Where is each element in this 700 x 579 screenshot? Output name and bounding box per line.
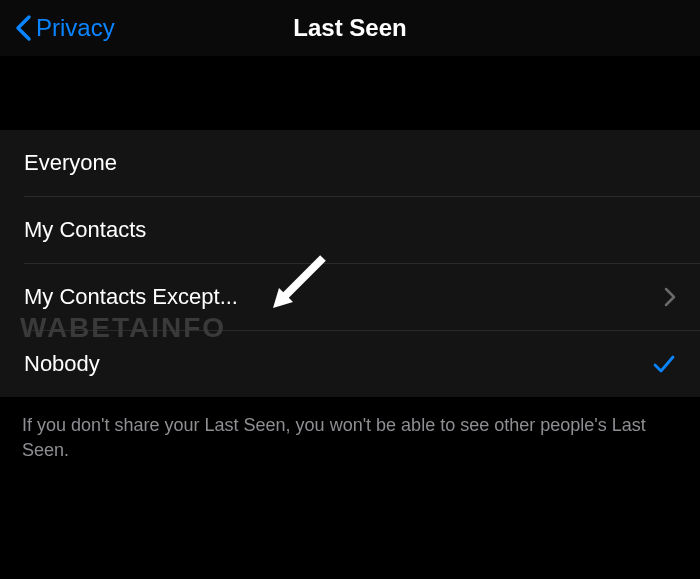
option-everyone[interactable]: Everyone	[0, 130, 700, 196]
option-my-contacts[interactable]: My Contacts	[0, 197, 700, 263]
option-label: My Contacts	[24, 217, 146, 243]
option-label: Everyone	[24, 150, 117, 176]
spacer	[0, 56, 700, 130]
back-label: Privacy	[36, 14, 115, 42]
page-title: Last Seen	[293, 14, 406, 42]
option-my-contacts-except[interactable]: My Contacts Except...	[0, 264, 700, 330]
navigation-bar: Privacy Last Seen	[0, 0, 700, 56]
chevron-left-icon	[14, 14, 32, 42]
back-button[interactable]: Privacy	[14, 14, 115, 42]
option-nobody[interactable]: Nobody	[0, 331, 700, 397]
checkmark-icon	[652, 352, 676, 376]
options-list: Everyone My Contacts My Contacts Except.…	[0, 130, 700, 397]
option-label: My Contacts Except...	[24, 284, 238, 310]
chevron-right-icon	[664, 287, 676, 307]
option-label: Nobody	[24, 351, 100, 377]
footer-explanation: If you don't share your Last Seen, you w…	[0, 397, 700, 479]
